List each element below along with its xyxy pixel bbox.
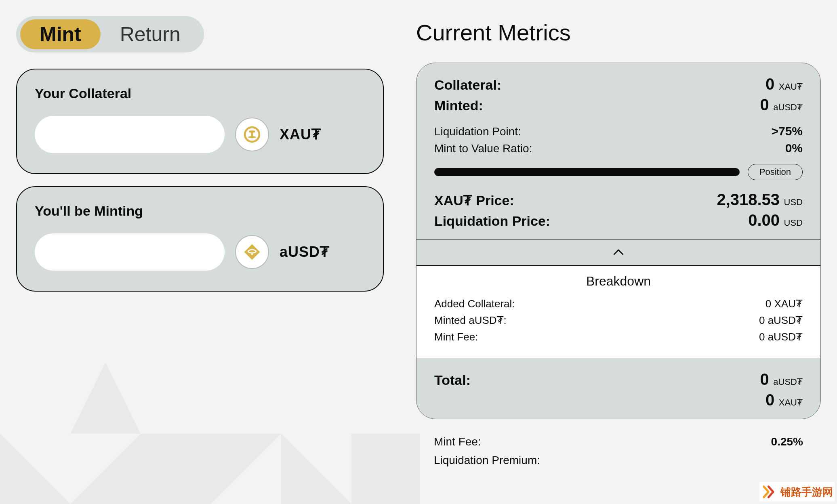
collateral-metric-value: 0	[765, 75, 774, 93]
breakdown-mint-fee-label: Mint Fee:	[434, 331, 478, 343]
liq-point-label: Liquidation Point:	[434, 125, 521, 138]
position-progress	[434, 168, 740, 176]
minting-input[interactable]	[35, 233, 225, 271]
collateral-card: Your Collateral XAU₮	[16, 69, 384, 174]
metrics-card: Collateral: 0 XAU₮ Minted: 0 aUSD₮ Liqui…	[416, 63, 821, 419]
xaut-price-value: 2,318.53	[717, 191, 780, 208]
total-unit-2: XAU₮	[779, 397, 803, 407]
total-value-1: 0	[760, 370, 769, 388]
svg-point-13	[251, 253, 253, 255]
svg-point-10	[248, 136, 256, 138]
position-pill[interactable]: Position	[748, 164, 803, 180]
mtv-label: Mint to Value Ratio:	[434, 142, 532, 155]
breakdown-added-collateral-value: 0 XAU₮	[765, 298, 803, 310]
liq-price-label: Liquidation Price:	[434, 213, 550, 229]
minting-label: You'll be Minting	[35, 203, 365, 219]
total-section: Total: 0 aUSD₮ 0 XAU₮	[416, 358, 820, 419]
liq-price-unit: USD	[784, 218, 803, 228]
collateral-metric-label: Collateral:	[434, 77, 501, 93]
total-label: Total:	[434, 372, 471, 388]
liq-point-value: >75%	[771, 124, 803, 138]
collateral-input[interactable]	[35, 116, 225, 153]
minted-metric-value: 0	[760, 96, 769, 113]
metrics-title: Current Metrics	[416, 19, 821, 46]
ausdt-icon	[235, 235, 269, 269]
minted-metric-label: Minted:	[434, 98, 483, 113]
breakdown-added-collateral-label: Added Collateral:	[434, 298, 515, 310]
watermark-text: 铺路手游网	[780, 485, 833, 499]
breakdown-mint-fee-value: 0 aUSD₮	[759, 331, 803, 343]
watermark-chevron-icon	[761, 484, 777, 500]
extra-metrics: Mint Fee: 0.25% Liquidation Premium:	[416, 419, 821, 467]
mtv-value: 0%	[785, 141, 803, 155]
total-value-2: 0	[765, 391, 774, 409]
xaut-price-label: XAU₮ Price:	[434, 192, 514, 208]
collateral-label: Your Collateral	[35, 86, 365, 101]
tab-mint[interactable]: Mint	[20, 19, 101, 49]
svg-marker-11	[244, 244, 260, 260]
collateral-symbol: XAU₮	[280, 126, 321, 143]
breakdown-section: Breakdown Added Collateral: 0 XAU₮ Minte…	[416, 266, 820, 358]
breakdown-minted-ausdt-value: 0 aUSD₮	[759, 314, 803, 327]
breakdown-minted-ausdt-label: Minted aUSD₮:	[434, 314, 507, 327]
collateral-metric-unit: XAU₮	[779, 82, 803, 92]
minting-card: You'll be Minting aUSD₮	[16, 186, 384, 292]
liq-price-value: 0.00	[748, 211, 780, 229]
minted-metric-unit: aUSD₮	[773, 102, 803, 112]
extra-mint-fee-value: 0.25%	[771, 435, 803, 448]
tab-return[interactable]: Return	[101, 19, 200, 49]
site-watermark: 铺路手游网	[759, 482, 835, 502]
breakdown-collapse-toggle[interactable]	[416, 239, 820, 265]
total-unit-1: aUSD₮	[773, 377, 803, 387]
extra-mint-fee-label: Mint Fee:	[434, 435, 481, 448]
extra-liq-premium-label: Liquidation Premium:	[434, 454, 540, 467]
breakdown-title: Breakdown	[434, 274, 803, 289]
xaut-icon	[235, 118, 269, 151]
mode-toggle: Mint Return	[16, 16, 204, 52]
minting-symbol: aUSD₮	[280, 244, 330, 260]
xaut-price-unit: USD	[784, 197, 803, 207]
